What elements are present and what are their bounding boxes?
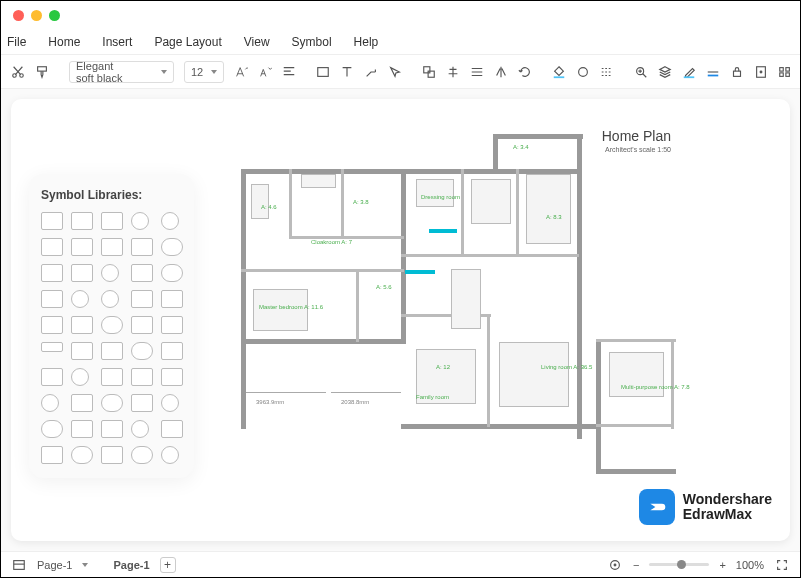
symbol-item[interactable]: [41, 316, 63, 334]
symbol-item[interactable]: [71, 446, 93, 464]
font-size-select[interactable]: 12: [184, 61, 224, 83]
menu-file[interactable]: File: [7, 35, 26, 49]
maximize-window-icon[interactable]: [49, 10, 60, 21]
more-icon[interactable]: [778, 64, 792, 80]
align-objects-icon[interactable]: [446, 64, 460, 80]
symbol-item[interactable]: [161, 316, 183, 334]
symbol-item[interactable]: [131, 342, 153, 360]
page-list-icon[interactable]: [11, 557, 27, 573]
line-color-icon[interactable]: [706, 64, 720, 80]
symbol-item[interactable]: [71, 212, 93, 230]
fill-color-icon[interactable]: [552, 64, 566, 80]
symbol-item[interactable]: [161, 368, 183, 386]
symbol-item[interactable]: [161, 264, 183, 282]
layers-icon[interactable]: [658, 64, 672, 80]
minimize-window-icon[interactable]: [31, 10, 42, 21]
text-tool-icon[interactable]: [340, 64, 354, 80]
line-style-icon[interactable]: [600, 64, 614, 80]
symbol-item[interactable]: [101, 316, 123, 334]
symbol-item[interactable]: [71, 290, 89, 308]
rectangle-tool-icon[interactable]: [316, 64, 330, 80]
symbol-item[interactable]: [41, 212, 63, 230]
symbol-item[interactable]: [41, 264, 63, 282]
symbol-item[interactable]: [71, 420, 93, 438]
symbol-item[interactable]: [71, 238, 93, 256]
svg-rect-16: [780, 72, 784, 76]
symbol-item[interactable]: [161, 446, 179, 464]
chevron-down-icon: [211, 70, 217, 74]
symbol-item[interactable]: [71, 264, 93, 282]
symbol-item[interactable]: [101, 394, 123, 412]
floorplan-drawing[interactable]: Home Plan Architect's scale 1:50: [241, 114, 701, 494]
drawing-canvas[interactable]: Symbol Libraries: Home Plan Architect's …: [11, 99, 790, 541]
pointer-tool-icon[interactable]: [388, 64, 402, 80]
symbol-item[interactable]: [41, 368, 63, 386]
symbol-item[interactable]: [71, 368, 89, 386]
increase-font-icon[interactable]: [234, 64, 248, 80]
distribute-icon[interactable]: [470, 64, 484, 80]
symbol-item[interactable]: [41, 420, 63, 438]
page-setup-icon[interactable]: [754, 64, 768, 80]
symbol-item[interactable]: [41, 342, 63, 352]
symbol-item[interactable]: [101, 212, 123, 230]
symbol-item[interactable]: [131, 290, 153, 308]
symbol-item[interactable]: [71, 342, 93, 360]
highlight-icon[interactable]: [682, 64, 696, 80]
add-page-button[interactable]: +: [160, 557, 176, 573]
zoom-slider[interactable]: [649, 563, 709, 566]
room-label: A: 5.6: [376, 284, 392, 290]
symbol-item[interactable]: [131, 316, 153, 334]
symbol-item[interactable]: [161, 394, 179, 412]
symbol-item[interactable]: [131, 264, 153, 282]
symbol-item[interactable]: [41, 238, 63, 256]
zoom-out-button[interactable]: −: [633, 559, 639, 571]
symbol-item[interactable]: [101, 420, 123, 438]
symbol-item[interactable]: [161, 238, 183, 256]
flip-icon[interactable]: [494, 64, 508, 80]
menu-symbol[interactable]: Symbol: [292, 35, 332, 49]
group-icon[interactable]: [422, 64, 436, 80]
page-tab[interactable]: Page-1: [37, 559, 72, 571]
decrease-font-icon[interactable]: [258, 64, 272, 80]
symbol-item[interactable]: [131, 212, 149, 230]
fullscreen-icon[interactable]: [774, 557, 790, 573]
zoom-in-button[interactable]: +: [719, 559, 725, 571]
zoom-in-icon[interactable]: [634, 64, 648, 80]
symbol-item[interactable]: [101, 290, 119, 308]
symbol-item[interactable]: [41, 446, 63, 464]
lock-icon[interactable]: [730, 64, 744, 80]
shape-style-icon[interactable]: [576, 64, 590, 80]
font-family-select[interactable]: Elegant soft black: [69, 61, 174, 83]
menu-page-layout[interactable]: Page Layout: [154, 35, 221, 49]
cut-icon[interactable]: [11, 64, 25, 80]
active-page-label[interactable]: Page-1: [113, 559, 149, 571]
menu-help[interactable]: Help: [354, 35, 379, 49]
connector-tool-icon[interactable]: [364, 64, 378, 80]
symbol-item[interactable]: [131, 420, 149, 438]
symbol-item[interactable]: [101, 264, 119, 282]
symbol-item[interactable]: [131, 238, 153, 256]
menu-home[interactable]: Home: [48, 35, 80, 49]
symbol-item[interactable]: [161, 212, 179, 230]
symbol-item[interactable]: [161, 290, 183, 308]
symbol-item[interactable]: [101, 368, 123, 386]
symbol-item[interactable]: [161, 420, 183, 438]
format-painter-icon[interactable]: [35, 64, 49, 80]
menu-insert[interactable]: Insert: [102, 35, 132, 49]
symbol-item[interactable]: [131, 446, 153, 464]
symbol-item[interactable]: [131, 368, 153, 386]
menu-view[interactable]: View: [244, 35, 270, 49]
symbol-item[interactable]: [41, 394, 59, 412]
rotate-icon[interactable]: [518, 64, 532, 80]
symbol-item[interactable]: [101, 342, 123, 360]
align-icon[interactable]: [282, 64, 296, 80]
symbol-item[interactable]: [101, 238, 123, 256]
symbol-item[interactable]: [71, 394, 93, 412]
fit-view-icon[interactable]: [607, 557, 623, 573]
close-window-icon[interactable]: [13, 10, 24, 21]
symbol-item[interactable]: [101, 446, 123, 464]
symbol-item[interactable]: [131, 394, 153, 412]
symbol-item[interactable]: [41, 290, 63, 308]
symbol-item[interactable]: [161, 342, 183, 360]
symbol-item[interactable]: [71, 316, 93, 334]
